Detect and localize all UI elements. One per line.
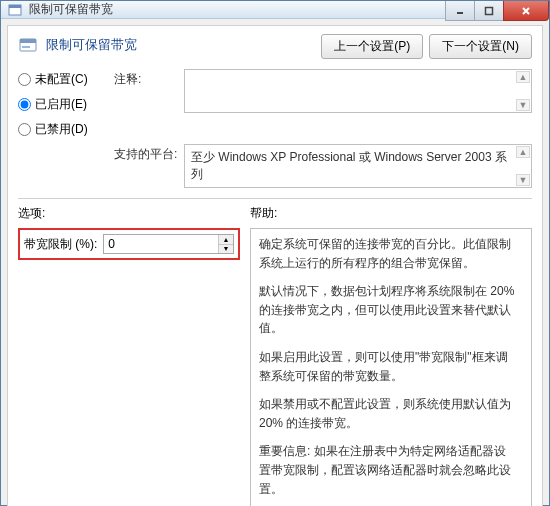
prev-setting-button[interactable]: 上一个设置(P) xyxy=(321,34,423,59)
help-text-box[interactable]: 确定系统可保留的连接带宽的百分比。此值限制系统上运行的所有程序的组合带宽保留。 … xyxy=(250,228,532,506)
radio-disabled[interactable]: 已禁用(D) xyxy=(18,121,108,138)
maximize-button[interactable] xyxy=(474,1,504,21)
radio-disabled-input[interactable] xyxy=(18,123,31,136)
policy-editor-window: 限制可保留带宽 限制可保留带宽 上一个设置( xyxy=(0,0,550,506)
svg-line-4 xyxy=(523,8,529,14)
radio-not-configured-label: 未配置(C) xyxy=(35,71,88,88)
radio-disabled-label: 已禁用(D) xyxy=(35,121,88,138)
window-icon xyxy=(7,2,23,18)
platform-box: 至少 Windows XP Professional 或 Windows Ser… xyxy=(184,144,532,188)
spinner-down-button[interactable]: ▼ xyxy=(219,245,233,254)
titlebar[interactable]: 限制可保留带宽 xyxy=(1,1,549,19)
radio-not-configured-input[interactable] xyxy=(18,73,31,86)
separator xyxy=(18,198,532,199)
svg-rect-1 xyxy=(9,5,21,8)
minimize-button[interactable] xyxy=(445,1,475,21)
comment-label: 注释: xyxy=(114,69,178,88)
help-section-label: 帮助: xyxy=(250,205,277,222)
platform-label: 支持的平台: xyxy=(114,144,178,163)
svg-rect-8 xyxy=(22,46,30,48)
radio-enabled-label: 已启用(E) xyxy=(35,96,87,113)
help-paragraph: 确定系统可保留的连接带宽的百分比。此值限制系统上运行的所有程序的组合带宽保留。 xyxy=(259,235,515,272)
help-paragraph: 默认情况下，数据包计划程序将系统限制在 20% 的连接带宽之内，但可以使用此设置… xyxy=(259,282,515,338)
bandwidth-input[interactable] xyxy=(104,235,218,253)
svg-rect-3 xyxy=(486,7,493,14)
bandwidth-option-row: 带宽限制 (%): ▲ ▼ xyxy=(18,228,240,260)
window-controls xyxy=(446,1,549,21)
dialog-body: 限制可保留带宽 上一个设置(P) 下一个设置(N) 未配置(C) 已启用(E) … xyxy=(7,25,543,506)
window-title: 限制可保留带宽 xyxy=(29,1,113,18)
options-section-label: 选项: xyxy=(18,205,250,222)
spinner-up-button[interactable]: ▲ xyxy=(219,235,233,245)
svg-line-5 xyxy=(523,8,529,14)
radio-enabled-input[interactable] xyxy=(18,98,31,111)
svg-rect-7 xyxy=(20,39,36,43)
radio-not-configured[interactable]: 未配置(C) xyxy=(18,71,108,88)
help-paragraph: 重要信息: 如果在注册表中为特定网络适配器设置带宽限制，配置该网络适配器时就会忽… xyxy=(259,442,515,498)
platform-scrollbar[interactable]: ▲▼ xyxy=(516,146,530,186)
close-button[interactable] xyxy=(503,1,549,21)
next-setting-button[interactable]: 下一个设置(N) xyxy=(429,34,532,59)
bandwidth-label: 带宽限制 (%): xyxy=(24,236,97,253)
platform-value: 至少 Windows XP Professional 或 Windows Ser… xyxy=(191,149,515,183)
comment-textarea[interactable]: ▲▼ xyxy=(184,69,532,113)
radio-enabled[interactable]: 已启用(E) xyxy=(18,96,108,113)
policy-title: 限制可保留带宽 xyxy=(46,34,313,54)
help-paragraph: 如果禁用或不配置此设置，则系统使用默认值为 20% 的连接带宽。 xyxy=(259,395,515,432)
policy-icon xyxy=(18,36,38,56)
help-paragraph: 如果启用此设置，则可以使用"带宽限制"框来调整系统可保留的带宽数量。 xyxy=(259,348,515,385)
comment-scrollbar[interactable]: ▲▼ xyxy=(516,71,530,111)
bandwidth-spinner[interactable]: ▲ ▼ xyxy=(103,234,234,254)
